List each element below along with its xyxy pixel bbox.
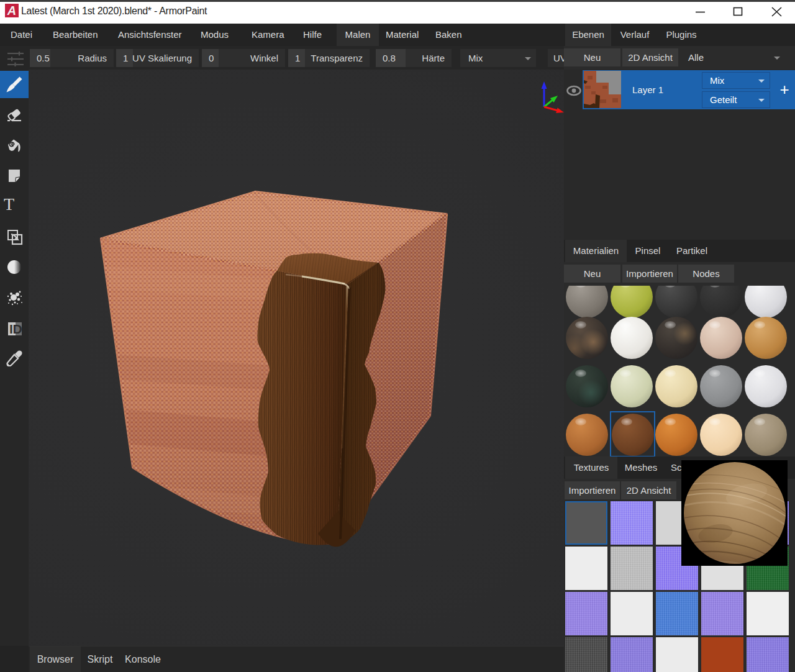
svg-text:D: D <box>13 322 22 336</box>
